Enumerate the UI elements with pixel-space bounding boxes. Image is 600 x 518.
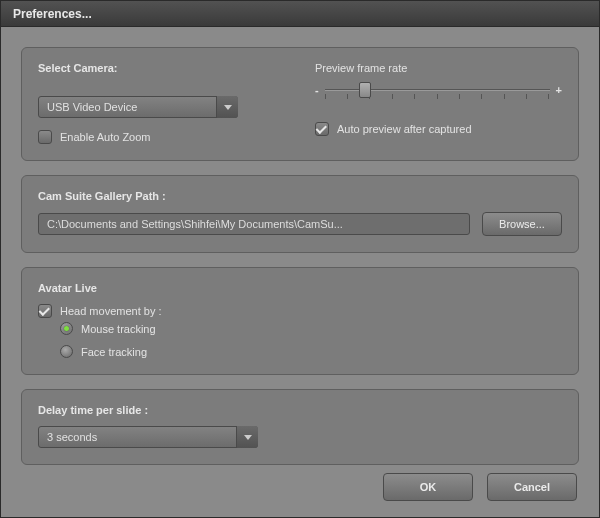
head-movement-checkbox[interactable]: [38, 304, 52, 318]
frame-rate-slider[interactable]: [325, 80, 550, 100]
auto-preview-label: Auto preview after captured: [337, 123, 472, 135]
browse-button[interactable]: Browse...: [482, 212, 562, 236]
cancel-button[interactable]: Cancel: [487, 473, 577, 501]
face-tracking-radio[interactable]: [60, 345, 73, 358]
preferences-window: Preferences... Select Camera: USB Video …: [0, 0, 600, 518]
titlebar: Preferences...: [1, 1, 599, 27]
gallery-path-label: Cam Suite Gallery Path :: [38, 190, 562, 202]
content-area: Select Camera: USB Video Device Enable A…: [1, 27, 599, 517]
delay-time-value: 3 seconds: [47, 431, 97, 443]
gallery-path-panel: Cam Suite Gallery Path : C:\Documents an…: [21, 175, 579, 253]
select-camera-label: Select Camera:: [38, 62, 285, 74]
delay-time-select[interactable]: 3 seconds: [38, 426, 258, 448]
camera-device-value: USB Video Device: [47, 101, 137, 113]
auto-preview-checkbox[interactable]: [315, 122, 329, 136]
gallery-path-value: C:\Documents and Settings\Shihfei\My Doc…: [47, 218, 343, 230]
slider-minus-label: -: [315, 84, 319, 96]
slider-thumb[interactable]: [359, 82, 371, 98]
camera-panel: Select Camera: USB Video Device Enable A…: [21, 47, 579, 161]
mouse-tracking-radio[interactable]: [60, 322, 73, 335]
delay-time-panel: Delay time per slide : 3 seconds: [21, 389, 579, 465]
avatar-live-label: Avatar Live: [38, 282, 562, 294]
avatar-live-panel: Avatar Live Head movement by : Mouse tra…: [21, 267, 579, 375]
gallery-path-field[interactable]: C:\Documents and Settings\Shihfei\My Doc…: [38, 213, 470, 235]
dialog-footer: OK Cancel: [383, 473, 577, 501]
enable-auto-zoom-label: Enable Auto Zoom: [60, 131, 151, 143]
mouse-tracking-label: Mouse tracking: [81, 323, 156, 335]
preview-frame-rate-label: Preview frame rate: [315, 62, 562, 74]
window-title: Preferences...: [13, 7, 92, 21]
delay-time-label: Delay time per slide :: [38, 404, 562, 416]
slider-plus-label: +: [556, 84, 562, 96]
ok-button[interactable]: OK: [383, 473, 473, 501]
face-tracking-label: Face tracking: [81, 346, 147, 358]
head-movement-label: Head movement by :: [60, 305, 162, 317]
camera-device-select[interactable]: USB Video Device: [38, 96, 238, 118]
enable-auto-zoom-checkbox[interactable]: [38, 130, 52, 144]
